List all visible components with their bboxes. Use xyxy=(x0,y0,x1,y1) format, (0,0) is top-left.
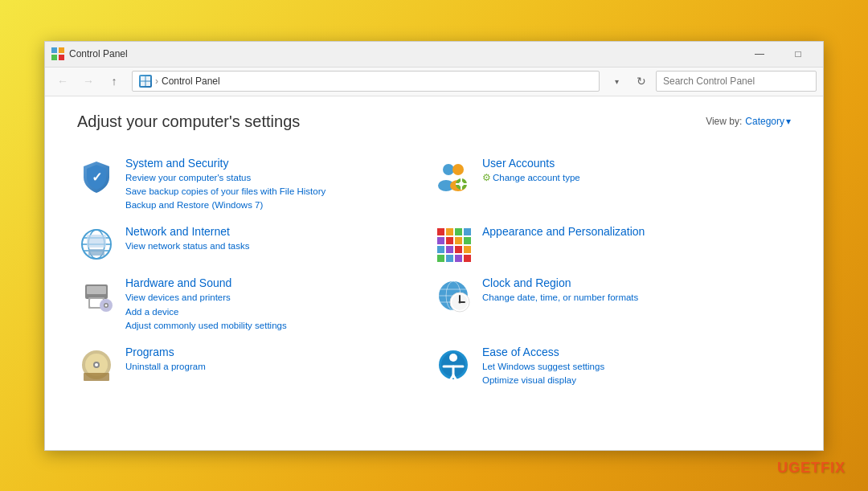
svg-rect-63 xyxy=(84,373,109,381)
svg-rect-30 xyxy=(437,237,444,244)
svg-rect-2 xyxy=(51,55,57,60)
programs-icon xyxy=(77,346,116,384)
user-accounts-title[interactable]: User Accounts xyxy=(482,157,791,170)
category-clock-region: Clock and Region Change date, time, or n… xyxy=(434,270,791,339)
hardware-sound-title[interactable]: Hardware and Sound xyxy=(125,276,434,289)
nav-bar: ← → ↑ › Control Panel ▾ ↻ xyxy=(45,68,823,96)
system-security-link-3[interactable]: Backup and Restore (Windows 7) xyxy=(125,198,434,212)
svg-text:✓: ✓ xyxy=(92,170,102,184)
category-programs: Programs Uninstall a program xyxy=(77,339,434,395)
view-by-control: View by: Category ▾ xyxy=(706,116,791,127)
hardware-sound-icon xyxy=(77,276,116,315)
title-bar: Control Panel — □ xyxy=(45,42,823,68)
network-internet-title[interactable]: Network and Internet xyxy=(125,225,434,238)
category-hardware-sound: Hardware and Sound View devices and prin… xyxy=(77,270,434,339)
path-separator: › xyxy=(155,76,158,87)
user-accounts-icon xyxy=(434,157,473,195)
system-security-link-1[interactable]: Review your computer's status xyxy=(125,171,434,185)
clock-region-title[interactable]: Clock and Region xyxy=(482,276,791,289)
window-icon xyxy=(51,47,64,60)
ease-of-access-link-2[interactable]: Optimize visual display xyxy=(482,374,791,387)
network-internet-link-1[interactable]: View network status and tasks xyxy=(125,239,434,253)
system-security-text: System and Security Review your computer… xyxy=(125,157,434,213)
path-text: Control Panel xyxy=(162,76,220,87)
category-ease-of-access: Ease of Access Let Windows suggest setti… xyxy=(434,339,791,395)
programs-title[interactable]: Programs xyxy=(125,346,434,358)
svg-point-66 xyxy=(449,354,457,362)
ease-of-access-title[interactable]: Ease of Access xyxy=(482,346,791,358)
back-button[interactable]: ← xyxy=(51,70,74,92)
svg-rect-15 xyxy=(461,178,462,182)
category-system-security: ✓ System and Security Review your comput… xyxy=(77,150,434,219)
ease-of-access-text: Ease of Access Let Windows suggest setti… xyxy=(482,346,791,388)
svg-rect-24 xyxy=(87,235,106,248)
svg-rect-26 xyxy=(437,228,444,235)
svg-rect-27 xyxy=(446,228,453,235)
watermark-text1: UG xyxy=(777,460,800,476)
svg-rect-37 xyxy=(464,246,471,253)
svg-point-14 xyxy=(459,182,464,186)
ease-of-access-link-1[interactable]: Let Windows suggest settings xyxy=(482,360,791,374)
svg-rect-34 xyxy=(437,246,444,253)
svg-point-58 xyxy=(459,301,461,304)
programs-link-1[interactable]: Uninstall a program xyxy=(125,360,434,374)
svg-rect-17 xyxy=(456,183,459,185)
svg-rect-16 xyxy=(461,186,462,190)
system-security-title[interactable]: System and Security xyxy=(125,157,434,170)
svg-rect-18 xyxy=(464,183,467,185)
svg-rect-33 xyxy=(464,237,471,244)
svg-point-62 xyxy=(95,363,98,366)
svg-rect-5 xyxy=(146,76,151,81)
search-input[interactable] xyxy=(656,71,817,92)
category-appearance: Appearance and Personalization xyxy=(434,219,791,270)
page-title: Adjust your computer's settings xyxy=(77,113,300,131)
hardware-sound-text: Hardware and Sound View devices and prin… xyxy=(125,276,434,333)
svg-rect-3 xyxy=(59,55,64,60)
content-header: Adjust your computer's settings View by:… xyxy=(77,113,791,131)
svg-rect-0 xyxy=(51,47,57,53)
hardware-sound-link-1[interactable]: View devices and printers xyxy=(125,291,434,305)
forward-button[interactable]: → xyxy=(77,70,100,92)
ease-of-access-icon xyxy=(434,346,473,384)
view-by-dropdown[interactable]: Category ▾ xyxy=(745,116,791,127)
maximize-button[interactable]: □ xyxy=(780,42,817,66)
programs-text: Programs Uninstall a program xyxy=(125,346,434,374)
up-button[interactable]: ↑ xyxy=(103,70,125,92)
svg-rect-36 xyxy=(455,246,462,253)
window-title: Control Panel xyxy=(69,48,741,59)
svg-rect-31 xyxy=(446,237,453,244)
appearance-title[interactable]: Appearance and Personalization xyxy=(482,225,791,238)
svg-rect-25 xyxy=(88,249,104,256)
network-internet-icon xyxy=(77,225,116,264)
network-internet-text: Network and Internet View network status… xyxy=(125,225,434,253)
address-bar[interactable]: › Control Panel xyxy=(132,71,600,92)
svg-point-9 xyxy=(443,164,454,175)
user-accounts-link-1[interactable]: ⚙Change account type xyxy=(482,171,791,185)
svg-rect-38 xyxy=(437,255,444,262)
svg-rect-32 xyxy=(455,237,462,244)
svg-rect-1 xyxy=(59,47,64,53)
svg-point-10 xyxy=(452,164,464,175)
hardware-sound-link-2[interactable]: Add a device xyxy=(125,305,434,319)
svg-rect-4 xyxy=(141,76,145,81)
svg-rect-7 xyxy=(146,82,151,87)
watermark-text2: ET xyxy=(800,460,821,476)
refresh-button[interactable]: ↻ xyxy=(630,70,653,92)
svg-rect-41 xyxy=(464,255,471,262)
svg-rect-6 xyxy=(141,82,145,87)
system-security-link-2[interactable]: Save backup copies of your files with Fi… xyxy=(125,185,434,198)
clock-region-text: Clock and Region Change date, time, or n… xyxy=(482,276,791,305)
clock-region-link-1[interactable]: Change date, time, or number formats xyxy=(482,291,791,305)
system-security-icon: ✓ xyxy=(77,157,116,195)
category-user-accounts: User Accounts ⚙Change account type xyxy=(434,150,791,219)
address-dropdown-button[interactable]: ▾ xyxy=(606,71,627,92)
minimize-button[interactable]: — xyxy=(741,42,778,66)
svg-point-48 xyxy=(105,305,108,307)
svg-rect-35 xyxy=(446,246,453,253)
svg-rect-39 xyxy=(446,255,453,262)
svg-rect-28 xyxy=(455,228,462,235)
svg-rect-29 xyxy=(464,228,471,235)
hardware-sound-link-3[interactable]: Adjust commonly used mobility settings xyxy=(125,319,434,333)
appearance-text: Appearance and Personalization xyxy=(482,225,791,239)
watermark: UGETFIX xyxy=(777,460,845,477)
